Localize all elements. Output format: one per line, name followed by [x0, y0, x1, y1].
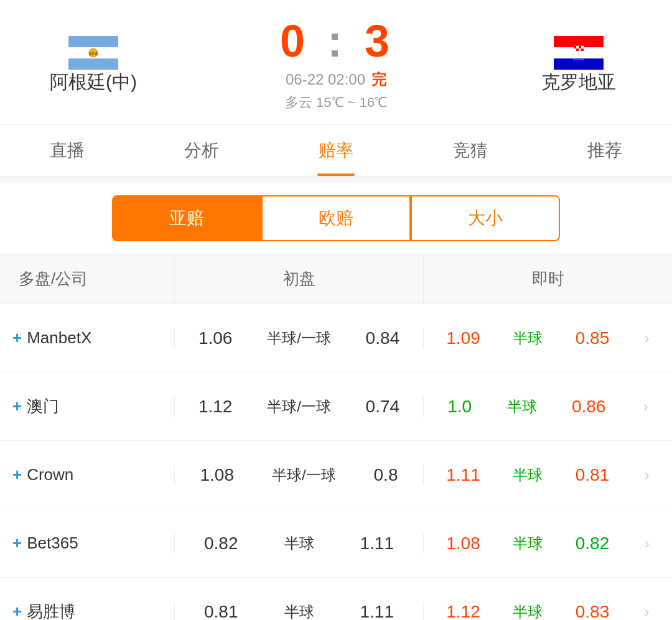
team-right: 克罗地亚	[498, 36, 660, 95]
initial-cell: 0.81 半球 1.11	[174, 602, 424, 621]
initial-right: 0.8	[374, 465, 398, 485]
score-left: 0	[280, 16, 307, 66]
rt-left: 1.08	[446, 534, 480, 553]
initial-mid: 半球/一球	[272, 465, 336, 485]
tab-analysis[interactable]: 分析	[134, 125, 269, 176]
initial-cell: 1.08 半球/一球 0.8	[174, 465, 424, 485]
divider	[0, 177, 672, 183]
header-realtime: 即时	[424, 254, 672, 303]
company-name: ManbetX	[27, 328, 91, 348]
svg-rect-7	[554, 58, 604, 70]
row-arrow-icon[interactable]: ›	[645, 330, 650, 347]
company-cell: + Bet365	[0, 534, 174, 553]
odds-table-header: 多盘/公司 初盘 即时	[0, 254, 672, 304]
rt-mid: 半球	[513, 534, 543, 553]
odds-rows: + ManbetX 1.06 半球/一球 0.84 1.09 半球 0.85 ›…	[0, 304, 672, 620]
team-left-name: 阿根廷(中)	[50, 70, 137, 95]
svg-rect-13	[574, 49, 576, 51]
svg-rect-9	[574, 46, 576, 49]
table-row[interactable]: + ManbetX 1.06 半球/一球 0.84 1.09 半球 0.85 ›	[0, 304, 672, 372]
company-cell: + ManbetX	[0, 328, 174, 348]
expand-icon[interactable]: +	[12, 465, 22, 484]
match-center: 0 : 3 06-22 02:00 完 多云 15℃ ~ 16℃	[174, 19, 498, 112]
initial-left: 1.08	[200, 465, 234, 485]
match-datetime: 06-22 02:00 完	[286, 70, 386, 90]
expand-icon[interactable]: +	[12, 534, 22, 553]
expand-icon[interactable]: +	[12, 602, 22, 620]
main-tabs: 直播 分析 赔率 竞猜 推荐	[0, 125, 672, 177]
match-status: 完	[371, 70, 386, 90]
row-arrow-icon[interactable]: ›	[645, 466, 650, 484]
tab-live[interactable]: 直播	[0, 125, 134, 176]
sub-tab-size[interactable]: 大小	[411, 195, 560, 241]
flag-croatia	[554, 36, 604, 70]
initial-mid: 半球/一球	[267, 397, 331, 417]
initial-mid: 半球	[284, 534, 314, 553]
initial-right: 1.11	[360, 602, 394, 621]
initial-right: 1.11	[360, 534, 394, 553]
rt-left: 1.11	[446, 465, 480, 485]
match-header: AFA 阿根廷(中) 0 : 3 06-22 02:00 完 多云 15℃ ~ …	[0, 0, 672, 125]
svg-rect-15	[579, 49, 581, 51]
rt-mid: 半球	[513, 602, 543, 621]
svg-rect-2	[68, 58, 118, 70]
row-arrow-icon[interactable]: ›	[643, 398, 648, 415]
company-cell: + 易胜博	[0, 601, 174, 620]
sub-tab-european[interactable]: 欧赔	[261, 195, 411, 241]
svg-rect-11	[579, 46, 581, 49]
tab-odds[interactable]: 赔率	[269, 125, 403, 176]
company-name: Bet365	[27, 534, 78, 553]
realtime-cell: 1.12 半球 0.83 ›	[424, 602, 672, 621]
svg-rect-12	[581, 46, 584, 49]
row-arrow-icon[interactable]: ›	[645, 603, 650, 621]
team-left: AFA 阿根廷(中)	[12, 36, 174, 95]
realtime-cell: 1.08 半球 0.82 ›	[424, 534, 672, 553]
score-colon: :	[327, 16, 345, 66]
company-name: 易胜博	[27, 601, 75, 620]
expand-icon[interactable]: +	[12, 397, 22, 416]
table-row[interactable]: + Crown 1.08 半球/一球 0.8 1.11 半球 0.81 ›	[0, 441, 672, 509]
svg-rect-5	[554, 36, 604, 47]
rt-mid: 半球	[507, 397, 537, 417]
rt-left: 1.09	[446, 328, 480, 348]
initial-cell: 1.06 半球/一球 0.84	[174, 328, 424, 348]
table-row[interactable]: + Bet365 0.82 半球 1.11 1.08 半球 0.82 ›	[0, 509, 672, 578]
tab-predict[interactable]: 竞猜	[403, 125, 538, 176]
svg-rect-0	[68, 36, 118, 47]
table-row[interactable]: + 易胜博 0.81 半球 1.11 1.12 半球 0.83 ›	[0, 578, 672, 620]
company-cell: + 澳门	[0, 396, 174, 417]
initial-left: 1.06	[198, 328, 233, 348]
rt-right: 0.86	[572, 397, 606, 417]
flag-argentina: AFA	[68, 36, 118, 70]
expand-icon[interactable]: +	[12, 328, 22, 348]
svg-rect-16	[581, 49, 584, 51]
match-weather: 多云 15℃ ~ 16℃	[285, 93, 387, 112]
company-cell: + Crown	[0, 465, 174, 484]
header-company: 多盘/公司	[0, 254, 174, 303]
team-right-name: 克罗地亚	[541, 70, 616, 95]
score-right: 3	[365, 16, 392, 66]
initial-left: 1.12	[198, 397, 233, 417]
match-score: 0 : 3	[280, 19, 392, 63]
rt-right: 0.81	[576, 465, 610, 485]
company-name: Crown	[27, 465, 73, 484]
sub-tab-asian[interactable]: 亚赔	[112, 195, 261, 241]
svg-text:AFA: AFA	[88, 51, 98, 57]
rt-right: 0.83	[576, 602, 610, 621]
sub-tabs: 亚赔 欧赔 大小	[0, 183, 672, 254]
table-row[interactable]: + 澳门 1.12 半球/一球 0.74 1.0 半球 0.86 ›	[0, 372, 672, 441]
initial-left: 0.82	[204, 534, 238, 553]
realtime-cell: 1.09 半球 0.85 ›	[424, 328, 672, 348]
initial-left: 0.81	[204, 602, 238, 621]
initial-mid: 半球	[284, 602, 314, 621]
svg-rect-14	[576, 49, 579, 51]
svg-rect-10	[576, 46, 579, 49]
initial-right: 0.74	[366, 397, 400, 417]
match-date: 06-22 02:00	[286, 71, 365, 88]
tab-recommend[interactable]: 推荐	[538, 125, 672, 176]
company-name: 澳门	[27, 396, 59, 417]
initial-mid: 半球/一球	[267, 328, 331, 348]
row-arrow-icon[interactable]: ›	[645, 535, 650, 552]
initial-right: 0.84	[366, 328, 400, 348]
rt-mid: 半球	[513, 465, 543, 485]
